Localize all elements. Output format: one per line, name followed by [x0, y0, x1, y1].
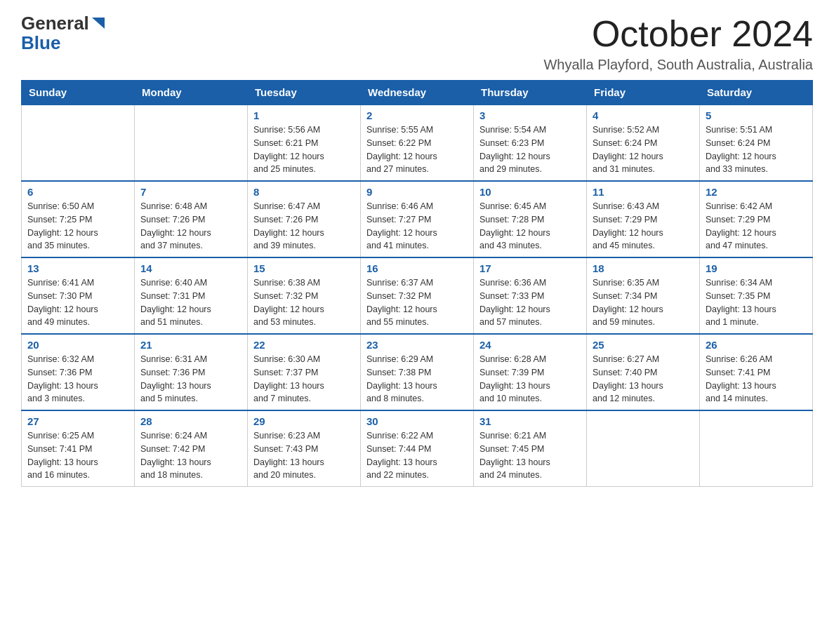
day-number: 31	[479, 415, 581, 427]
day-info: Sunrise: 6:24 AM Sunset: 7:42 PM Dayligh…	[140, 429, 241, 482]
day-info: Sunrise: 6:41 AM Sunset: 7:30 PM Dayligh…	[27, 276, 128, 329]
day-info: Sunrise: 6:34 AM Sunset: 7:35 PM Dayligh…	[706, 276, 807, 329]
day-number: 6	[27, 186, 128, 198]
weekday-header-wednesday: Wednesday	[361, 81, 474, 105]
day-number: 8	[253, 186, 355, 198]
logo-general-text: General	[21, 14, 89, 32]
calendar-cell: 24Sunrise: 6:28 AM Sunset: 7:39 PM Dayli…	[474, 334, 587, 410]
day-info: Sunrise: 6:40 AM Sunset: 7:31 PM Dayligh…	[140, 276, 241, 329]
calendar-cell: 12Sunrise: 6:42 AM Sunset: 7:29 PM Dayli…	[700, 181, 813, 257]
calendar-cell	[22, 105, 135, 181]
day-number: 22	[253, 339, 355, 351]
day-number: 11	[593, 186, 694, 198]
day-number: 15	[253, 262, 355, 274]
day-info: Sunrise: 6:31 AM Sunset: 7:36 PM Dayligh…	[140, 353, 241, 405]
calendar-cell: 2Sunrise: 5:55 AM Sunset: 6:22 PM Daylig…	[361, 105, 474, 181]
calendar-cell: 9Sunrise: 6:46 AM Sunset: 7:27 PM Daylig…	[361, 181, 474, 257]
calendar-cell: 14Sunrise: 6:40 AM Sunset: 7:31 PM Dayli…	[135, 257, 248, 334]
day-info: Sunrise: 5:54 AM Sunset: 6:23 PM Dayligh…	[479, 123, 581, 176]
day-number: 7	[140, 186, 241, 198]
logo: General Blue	[21, 14, 106, 54]
title-block: October 2024 Whyalla Playford, South Aus…	[543, 14, 813, 73]
calendar-cell	[700, 410, 813, 487]
calendar-cell: 1Sunrise: 5:56 AM Sunset: 6:21 PM Daylig…	[248, 105, 361, 181]
calendar-week-5: 27Sunrise: 6:25 AM Sunset: 7:41 PM Dayli…	[22, 410, 813, 487]
calendar-cell: 25Sunrise: 6:27 AM Sunset: 7:40 PM Dayli…	[587, 334, 700, 410]
calendar-cell: 11Sunrise: 6:43 AM Sunset: 7:29 PM Dayli…	[587, 181, 700, 257]
calendar-cell: 3Sunrise: 5:54 AM Sunset: 6:23 PM Daylig…	[474, 105, 587, 181]
day-number: 21	[140, 339, 241, 351]
calendar-cell: 17Sunrise: 6:36 AM Sunset: 7:33 PM Dayli…	[474, 257, 587, 334]
month-title: October 2024	[543, 14, 813, 54]
day-number: 2	[366, 109, 468, 121]
calendar-cell	[135, 105, 248, 181]
day-info: Sunrise: 5:56 AM Sunset: 6:21 PM Dayligh…	[253, 123, 355, 176]
day-info: Sunrise: 5:51 AM Sunset: 6:24 PM Dayligh…	[706, 123, 807, 176]
calendar-week-3: 13Sunrise: 6:41 AM Sunset: 7:30 PM Dayli…	[22, 257, 813, 334]
weekday-header-thursday: Thursday	[474, 81, 587, 105]
calendar-cell: 29Sunrise: 6:23 AM Sunset: 7:43 PM Dayli…	[248, 410, 361, 487]
calendar-cell: 7Sunrise: 6:48 AM Sunset: 7:26 PM Daylig…	[135, 181, 248, 257]
calendar-cell: 10Sunrise: 6:45 AM Sunset: 7:28 PM Dayli…	[474, 181, 587, 257]
calendar-week-2: 6Sunrise: 6:50 AM Sunset: 7:25 PM Daylig…	[22, 181, 813, 257]
calendar-cell: 20Sunrise: 6:32 AM Sunset: 7:36 PM Dayli…	[22, 334, 135, 410]
day-info: Sunrise: 6:27 AM Sunset: 7:40 PM Dayligh…	[593, 353, 694, 405]
calendar-cell	[587, 410, 700, 487]
weekday-header-row: SundayMondayTuesdayWednesdayThursdayFrid…	[22, 81, 813, 105]
weekday-header-tuesday: Tuesday	[248, 81, 361, 105]
day-info: Sunrise: 6:26 AM Sunset: 7:41 PM Dayligh…	[706, 353, 807, 405]
calendar-cell: 23Sunrise: 6:29 AM Sunset: 7:38 PM Dayli…	[361, 334, 474, 410]
day-number: 3	[479, 109, 581, 121]
day-info: Sunrise: 5:52 AM Sunset: 6:24 PM Dayligh…	[593, 123, 694, 176]
day-info: Sunrise: 6:32 AM Sunset: 7:36 PM Dayligh…	[27, 353, 128, 405]
day-info: Sunrise: 6:37 AM Sunset: 7:32 PM Dayligh…	[366, 276, 468, 329]
day-number: 24	[479, 339, 581, 351]
calendar-cell: 15Sunrise: 6:38 AM Sunset: 7:32 PM Dayli…	[248, 257, 361, 334]
logo-arrow-icon	[91, 16, 106, 32]
day-number: 14	[140, 262, 241, 274]
day-info: Sunrise: 6:46 AM Sunset: 7:27 PM Dayligh…	[366, 200, 468, 253]
day-number: 27	[27, 415, 128, 427]
calendar-cell: 19Sunrise: 6:34 AM Sunset: 7:35 PM Dayli…	[700, 257, 813, 334]
calendar-cell: 13Sunrise: 6:41 AM Sunset: 7:30 PM Dayli…	[22, 257, 135, 334]
calendar-cell: 4Sunrise: 5:52 AM Sunset: 6:24 PM Daylig…	[587, 105, 700, 181]
calendar-cell: 18Sunrise: 6:35 AM Sunset: 7:34 PM Dayli…	[587, 257, 700, 334]
day-number: 9	[366, 186, 468, 198]
calendar-cell: 26Sunrise: 6:26 AM Sunset: 7:41 PM Dayli…	[700, 334, 813, 410]
calendar-table: SundayMondayTuesdayWednesdayThursdayFrid…	[21, 80, 813, 487]
day-number: 17	[479, 262, 581, 274]
day-number: 23	[366, 339, 468, 351]
day-info: Sunrise: 6:47 AM Sunset: 7:26 PM Dayligh…	[253, 200, 355, 253]
svg-marker-0	[92, 18, 105, 29]
day-info: Sunrise: 6:38 AM Sunset: 7:32 PM Dayligh…	[253, 276, 355, 329]
day-number: 20	[27, 339, 128, 351]
calendar-cell: 31Sunrise: 6:21 AM Sunset: 7:45 PM Dayli…	[474, 410, 587, 487]
day-info: Sunrise: 6:45 AM Sunset: 7:28 PM Dayligh…	[479, 200, 581, 253]
calendar-cell: 27Sunrise: 6:25 AM Sunset: 7:41 PM Dayli…	[22, 410, 135, 487]
day-info: Sunrise: 6:28 AM Sunset: 7:39 PM Dayligh…	[479, 353, 581, 405]
day-info: Sunrise: 6:35 AM Sunset: 7:34 PM Dayligh…	[593, 276, 694, 329]
weekday-header-sunday: Sunday	[22, 81, 135, 105]
calendar-cell: 21Sunrise: 6:31 AM Sunset: 7:36 PM Dayli…	[135, 334, 248, 410]
day-number: 12	[706, 186, 807, 198]
calendar-cell: 22Sunrise: 6:30 AM Sunset: 7:37 PM Dayli…	[248, 334, 361, 410]
day-number: 18	[593, 262, 694, 274]
day-number: 5	[706, 109, 807, 121]
calendar-cell: 30Sunrise: 6:22 AM Sunset: 7:44 PM Dayli…	[361, 410, 474, 487]
day-number: 25	[593, 339, 694, 351]
day-number: 10	[479, 186, 581, 198]
page-header: General Blue October 2024 Whyalla Playfo…	[21, 14, 813, 73]
calendar-body: 1Sunrise: 5:56 AM Sunset: 6:21 PM Daylig…	[22, 105, 813, 487]
day-number: 1	[253, 109, 355, 121]
day-number: 16	[366, 262, 468, 274]
day-number: 28	[140, 415, 241, 427]
calendar-cell: 5Sunrise: 5:51 AM Sunset: 6:24 PM Daylig…	[700, 105, 813, 181]
day-number: 29	[253, 415, 355, 427]
day-info: Sunrise: 6:29 AM Sunset: 7:38 PM Dayligh…	[366, 353, 468, 405]
day-number: 13	[27, 262, 128, 274]
day-number: 30	[366, 415, 468, 427]
calendar-cell: 6Sunrise: 6:50 AM Sunset: 7:25 PM Daylig…	[22, 181, 135, 257]
calendar-week-1: 1Sunrise: 5:56 AM Sunset: 6:21 PM Daylig…	[22, 105, 813, 181]
calendar-week-4: 20Sunrise: 6:32 AM Sunset: 7:36 PM Dayli…	[22, 334, 813, 410]
location-title: Whyalla Playford, South Australia, Austr…	[543, 57, 813, 73]
